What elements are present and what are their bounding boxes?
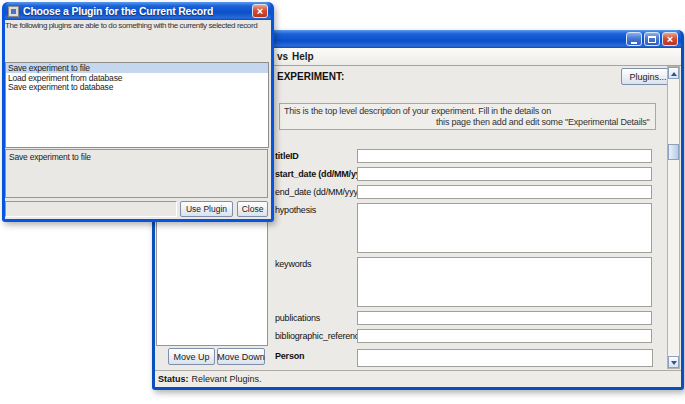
plugin-list[interactable]: Save experiment to file Load experiment … <box>5 62 269 148</box>
use-plugin-button[interactable]: Use Plugin <box>180 201 233 217</box>
start-date-field[interactable] <box>357 167 652 181</box>
close-icon[interactable]: × <box>252 4 268 18</box>
window-controls: × <box>626 32 678 46</box>
dialog-close-button[interactable]: Close <box>237 201 268 217</box>
scrollbar-thumb[interactable] <box>668 144 679 160</box>
maximize-icon[interactable] <box>644 32 660 46</box>
close-icon[interactable]: × <box>662 32 678 46</box>
hypothesis-field[interactable] <box>357 203 652 253</box>
status-text: Relevant Plugins. <box>192 374 262 384</box>
plugin-list-item[interactable]: Load experiment from database <box>6 73 268 83</box>
form-scrollbar[interactable] <box>667 66 680 369</box>
form-hint-panel: This is the top level description of you… <box>279 103 656 130</box>
plugin-description-panel: Save experiment to file <box>5 149 268 198</box>
desktop: × vs Help Move Up Move Down EXPERIMENT: … <box>0 0 685 404</box>
menu-item-partial[interactable]: vs <box>277 51 288 62</box>
end-date-field[interactable] <box>357 185 652 199</box>
dialog-body: The following plugins are able to do som… <box>5 20 271 219</box>
menu-item-help[interactable]: Help <box>292 51 314 62</box>
status-label: Status: <box>158 374 189 384</box>
move-down-button[interactable]: Move Down <box>217 348 265 365</box>
dialog-controls: × <box>252 4 268 18</box>
publications-field[interactable] <box>357 311 652 325</box>
plugin-list-item[interactable]: Save experiment to database <box>6 82 268 92</box>
keywords-field[interactable] <box>357 257 652 307</box>
form-hint-line1: This is the top level description of you… <box>284 106 655 117</box>
scrollbar-down-icon[interactable] <box>668 356 679 368</box>
titleid-field[interactable] <box>357 149 652 163</box>
plugin-dialog: Choose a Plugin for the Current Record ×… <box>2 2 274 222</box>
minimize-icon[interactable] <box>626 32 642 46</box>
experiment-section-label: EXPERIMENT: <box>277 71 344 82</box>
java-icon <box>8 6 19 17</box>
bibliographic-references-field[interactable] <box>357 329 652 343</box>
dialog-progress-panel <box>5 201 177 217</box>
status-bar: Status: Relevant Plugins. <box>155 370 681 387</box>
person-field[interactable] <box>357 349 653 367</box>
dialog-titlebar[interactable]: Choose a Plugin for the Current Record × <box>5 2 271 20</box>
plugin-list-item[interactable]: Save experiment to file <box>6 63 268 73</box>
scrollbar-up-icon[interactable] <box>668 67 679 79</box>
form-hint-line2: this page then add and edit some "Experi… <box>436 117 655 128</box>
move-up-button[interactable]: Move Up <box>168 348 215 365</box>
dialog-title: Choose a Plugin for the Current Record <box>23 5 213 17</box>
dialog-intro-text: The following plugins are able to do som… <box>5 21 271 30</box>
